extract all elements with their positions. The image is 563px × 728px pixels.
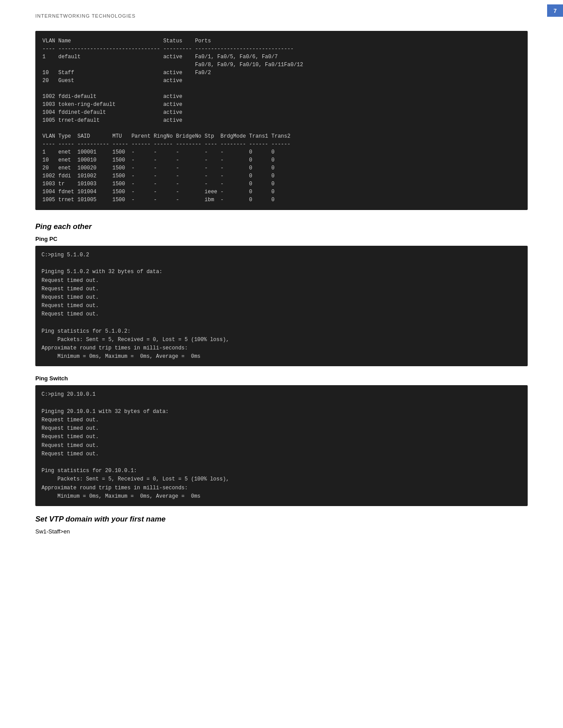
page-title: INTERNETWORKING TECHNOLOGIES [35,13,136,19]
vlan-table-section: VLAN Name Status Ports ---- ------------… [35,31,528,210]
vtp-body-text: Sw1-Staff>en [35,528,528,535]
ping-switch-terminal: C:>ping 20.10.0.1 Pinging 20.10.0.1 with… [35,385,528,506]
vtp-section: Set VTP domain with your first name Sw1-… [35,515,528,535]
vtp-section-heading: Set VTP domain with your first name [35,515,528,524]
ping-pc-label: Ping PC [35,236,528,242]
ping-section: Ping each other Ping PC C:>ping 5.1.0.2 … [35,222,528,506]
vlan-table-terminal: VLAN Name Status Ports ---- ------------… [35,31,528,210]
ping-section-heading: Ping each other [35,222,528,231]
page-number: 7 [547,4,563,17]
page-container: INTERNETWORKING TECHNOLOGIES 7 VLAN Name… [0,0,563,728]
ping-switch-label: Ping Switch [35,375,528,382]
page-header: INTERNETWORKING TECHNOLOGIES 7 [35,13,528,19]
ping-pc-terminal: C:>ping 5.1.0.2 Pinging 5.1.0.2 with 32 … [35,246,528,366]
